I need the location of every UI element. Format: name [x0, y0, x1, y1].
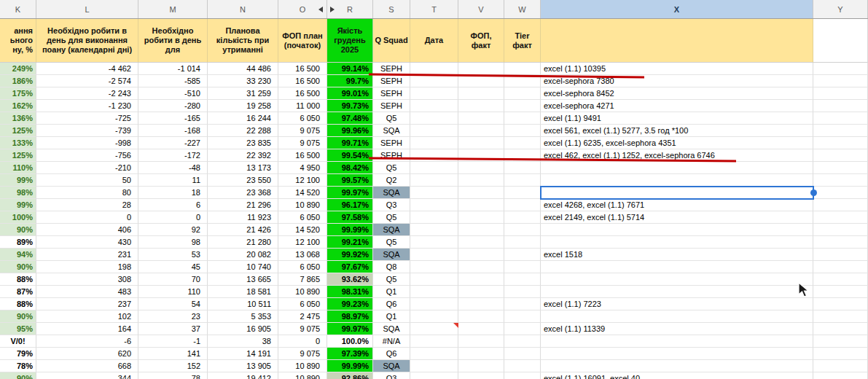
cell-Y22[interactable]	[813, 323, 868, 335]
cell-O19[interactable]: 10 890	[278, 286, 327, 298]
cell-T7[interactable]	[410, 137, 458, 149]
cell-W7[interactable]	[504, 137, 541, 149]
cell-X23[interactable]	[541, 335, 813, 348]
cell-T20[interactable]	[410, 298, 458, 310]
cell-K10[interactable]: 99%	[0, 174, 36, 187]
cell-R23[interactable]: 100.0%	[327, 335, 373, 348]
cell-X11[interactable]	[541, 187, 813, 199]
cell-R21[interactable]: 98.97%	[327, 310, 373, 323]
cell-R7[interactable]: 99.71%	[327, 137, 373, 149]
cell-O2[interactable]: 16 500	[278, 75, 327, 87]
cell-V12[interactable]	[458, 199, 504, 211]
cell-M7[interactable]: -227	[138, 137, 208, 149]
cell-S5[interactable]: Q5	[373, 112, 410, 125]
cell-T8[interactable]	[410, 149, 458, 162]
cell-W25[interactable]	[504, 360, 541, 372]
cell-L17[interactable]: 198	[36, 261, 138, 273]
cell-V13[interactable]	[458, 211, 504, 224]
cell-M15[interactable]: 98	[138, 236, 208, 249]
cell-L20[interactable]: 237	[36, 298, 138, 310]
cell-M20[interactable]: 54	[138, 298, 208, 310]
cell-X22[interactable]: excel (1.1) 11339	[541, 323, 813, 335]
cell-S16[interactable]: SQA	[373, 249, 410, 261]
cell-L3[interactable]: -2 243	[36, 87, 138, 100]
column-header-V[interactable]: V	[458, 0, 504, 18]
cell-W12[interactable]	[504, 199, 541, 211]
cell-X8[interactable]: excel 462, excel (1.1) 1252, excel-sepho…	[541, 149, 813, 162]
cell-W8[interactable]	[504, 149, 541, 162]
cell-N2[interactable]: 33 230	[208, 75, 278, 87]
cell-R4[interactable]: 99.73%	[327, 100, 373, 112]
cell-K17[interactable]: 90%	[0, 261, 36, 273]
cell-W2[interactable]	[504, 75, 541, 87]
cell-O16[interactable]: 13 068	[278, 249, 327, 261]
header-cell-N[interactable]: Планова кількість при утриманні	[208, 19, 278, 63]
cell-K15[interactable]: 89%	[0, 236, 36, 249]
cell-L2[interactable]: -2 574	[36, 75, 138, 87]
cell-X6[interactable]: excel 561, excel (1.1) 5277, 3.5 год *10…	[541, 125, 813, 137]
cell-W14[interactable]	[504, 224, 541, 236]
cell-O7[interactable]: 9 075	[278, 137, 327, 149]
cell-X1[interactable]: excel (1.1) 10395	[541, 63, 813, 75]
cell-X21[interactable]	[541, 310, 813, 323]
cell-M4[interactable]: -280	[138, 100, 208, 112]
cell-O22[interactable]: 9 075	[278, 323, 327, 335]
cell-S8[interactable]: SEPH	[373, 149, 410, 162]
cell-O18[interactable]: 7 865	[278, 273, 327, 286]
cell-M13[interactable]: 0	[138, 211, 208, 224]
cell-O21[interactable]: 2 475	[278, 310, 327, 323]
cell-Y3[interactable]	[813, 87, 868, 100]
cell-T25[interactable]	[410, 360, 458, 372]
column-header-S[interactable]: S	[373, 0, 410, 18]
cell-K4[interactable]: 162%	[0, 100, 36, 112]
cell-Y25[interactable]	[813, 360, 868, 372]
cell-W11[interactable]	[504, 187, 541, 199]
cell-K9[interactable]: 110%	[0, 162, 36, 174]
cell-N16[interactable]: 20 082	[208, 249, 278, 261]
cell-L11[interactable]: 80	[36, 187, 138, 199]
cell-K8[interactable]: 125%	[0, 149, 36, 162]
cell-O3[interactable]: 16 500	[278, 87, 327, 100]
cell-N18[interactable]: 13 665	[208, 273, 278, 286]
hidden-columns-left-icon[interactable]	[318, 7, 323, 12]
cell-T10[interactable]	[410, 174, 458, 187]
header-cell-M[interactable]: Необхідно робити в день для	[138, 19, 208, 63]
cell-X7[interactable]: excel (1.1) 6235, excel-sephora 4351	[541, 137, 813, 149]
cell-Y20[interactable]	[813, 298, 868, 310]
cell-S17[interactable]: Q8	[373, 261, 410, 273]
cell-R25[interactable]: 99.99%	[327, 360, 373, 372]
cell-S20[interactable]: Q6	[373, 298, 410, 310]
cell-O20[interactable]: 6 050	[278, 298, 327, 310]
cell-R6[interactable]: 99.96%	[327, 125, 373, 137]
cell-V26[interactable]	[458, 372, 504, 379]
cell-X26[interactable]: excel (1.1) 16091, excel 40	[541, 372, 813, 379]
cell-R12[interactable]: 96.17%	[327, 199, 373, 211]
cell-M14[interactable]: 92	[138, 224, 208, 236]
cell-X19[interactable]	[541, 286, 813, 298]
cell-W6[interactable]	[504, 125, 541, 137]
cell-T14[interactable]	[410, 224, 458, 236]
cell-K11[interactable]: 98%	[0, 187, 36, 199]
cell-N1[interactable]: 44 486	[208, 63, 278, 75]
cell-V16[interactable]	[458, 249, 504, 261]
cell-L22[interactable]: 164	[36, 323, 138, 335]
cell-T19[interactable]	[410, 286, 458, 298]
cell-L19[interactable]: 483	[36, 286, 138, 298]
cell-W24[interactable]	[504, 348, 541, 360]
cell-S4[interactable]: SEPH	[373, 100, 410, 112]
cell-R11[interactable]: 99.97%	[327, 187, 373, 199]
header-cell-X[interactable]	[541, 19, 813, 63]
header-cell-O[interactable]: ФОП план (початок)	[278, 19, 327, 63]
cell-Y18[interactable]	[813, 273, 868, 286]
cell-L6[interactable]: -739	[36, 125, 138, 137]
cell-V25[interactable]	[458, 360, 504, 372]
header-cell-V[interactable]: ФОП, факт	[458, 19, 504, 63]
cell-V23[interactable]	[458, 335, 504, 348]
cell-Y14[interactable]	[813, 224, 868, 236]
cell-T15[interactable]	[410, 236, 458, 249]
header-cell-L[interactable]: Необхідно робити в день для виконання по…	[36, 19, 138, 63]
cell-T17[interactable]	[410, 261, 458, 273]
cell-L21[interactable]: 102	[36, 310, 138, 323]
column-header-W[interactable]: W	[504, 0, 541, 18]
cell-Y8[interactable]	[813, 149, 868, 162]
